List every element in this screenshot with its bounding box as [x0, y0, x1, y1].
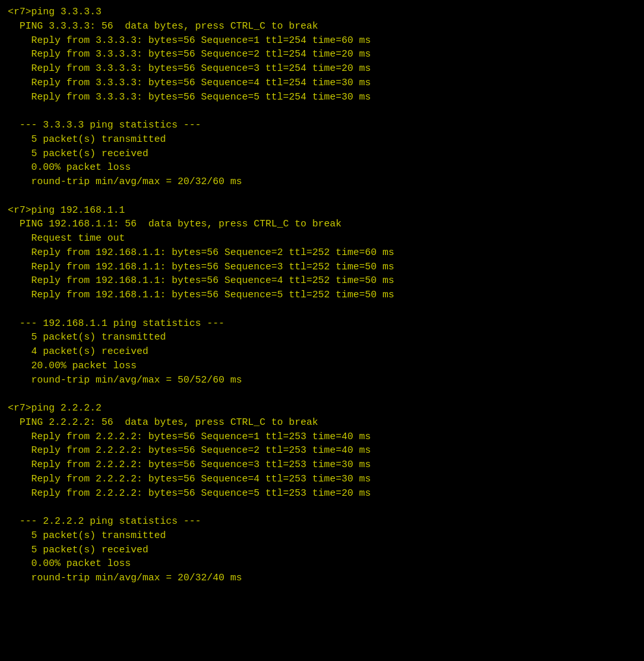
output-line: 5 packet(s) transmitted [8, 330, 636, 345]
terminal-block-block2: <r7>ping 192.168.1.1 PING 192.168.1.1: 5… [8, 189, 636, 388]
output-line: round-trip min/avg/max = 20/32/40 ms [8, 571, 636, 586]
output-line: Reply from 192.168.1.1: bytes=56 Sequenc… [8, 246, 636, 260]
blank-line [8, 303, 636, 317]
output-line: Request time out [8, 232, 636, 246]
output-line: Reply from 2.2.2.2: bytes=56 Sequence=1 … [8, 430, 636, 444]
output-line: 5 packet(s) received [8, 543, 636, 558]
output-line: Reply from 192.168.1.1: bytes=56 Sequenc… [8, 274, 636, 288]
output-line: Reply from 3.3.3.3: bytes=56 Sequence=5 … [8, 90, 636, 105]
output-line: Reply from 2.2.2.2: bytes=56 Sequence=3 … [8, 458, 636, 472]
blank-line [8, 500, 636, 515]
blank-line [8, 104, 636, 118]
output-line: --- 2.2.2.2 ping statistics --- [8, 515, 636, 529]
terminal-block-block1: <r7>ping 3.3.3.3 PING 3.3.3.3: 56 data b… [8, 5, 636, 189]
output-line: Reply from 2.2.2.2: bytes=56 Sequence=5 … [8, 487, 636, 501]
output-line: 0.00% packet loss [8, 557, 636, 571]
output-line: 5 packet(s) transmitted [8, 133, 636, 147]
prompt-line: <r7>ping 3.3.3.3 [8, 5, 636, 20]
output-line: 5 packet(s) received [8, 147, 636, 161]
output-line: Reply from 3.3.3.3: bytes=56 Sequence=2 … [8, 47, 636, 62]
output-line: --- 3.3.3.3 ping statistics --- [8, 118, 636, 133]
output-line: 20.00% packet loss [8, 359, 636, 373]
output-line: Reply from 2.2.2.2: bytes=56 Sequence=4 … [8, 472, 636, 487]
terminal-block-block3: <r7>ping 2.2.2.2 PING 2.2.2.2: 56 data b… [8, 387, 636, 586]
output-line: Reply from 2.2.2.2: bytes=56 Sequence=2 … [8, 444, 636, 458]
terminal-output: <r7>ping 3.3.3.3 PING 3.3.3.3: 56 data b… [8, 5, 636, 586]
output-line: PING 2.2.2.2: 56 data bytes, press CTRL_… [8, 416, 636, 430]
output-line: PING 3.3.3.3: 56 data bytes, press CTRL_… [8, 20, 636, 34]
output-line: 4 packet(s) received [8, 345, 636, 359]
output-line: Reply from 3.3.3.3: bytes=56 Sequence=1 … [8, 34, 636, 48]
output-line: 5 packet(s) transmitted [8, 529, 636, 543]
output-line: PING 192.168.1.1: 56 data bytes, press C… [8, 217, 636, 232]
output-line: --- 192.168.1.1 ping statistics --- [8, 317, 636, 331]
output-line: Reply from 192.168.1.1: bytes=56 Sequenc… [8, 288, 636, 303]
prompt-line: <r7>ping 192.168.1.1 [8, 204, 636, 218]
output-line: Reply from 3.3.3.3: bytes=56 Sequence=3 … [8, 62, 636, 76]
output-line: round-trip min/avg/max = 50/52/60 ms [8, 373, 636, 388]
output-line: Reply from 3.3.3.3: bytes=56 Sequence=4 … [8, 76, 636, 90]
blank-line [8, 189, 636, 204]
prompt-line: <r7>ping 2.2.2.2 [8, 401, 636, 416]
blank-line [8, 387, 636, 401]
output-line: 0.00% packet loss [8, 161, 636, 175]
output-line: round-trip min/avg/max = 20/32/60 ms [8, 175, 636, 189]
output-line: Reply from 192.168.1.1: bytes=56 Sequenc… [8, 260, 636, 275]
